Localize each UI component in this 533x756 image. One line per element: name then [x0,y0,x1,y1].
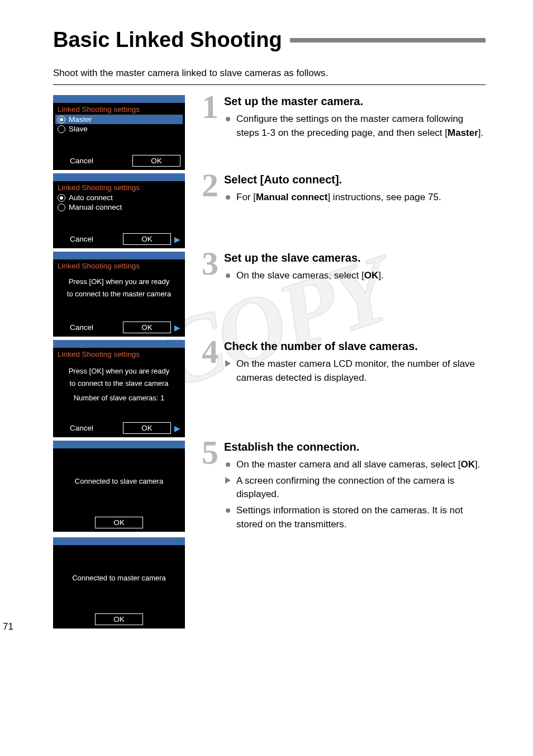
camera-screen-4: Linked Shooting settings Press [OK] when… [53,340,185,437]
step-heading: Set up the master camera. [224,95,486,108]
radio-icon [58,125,65,133]
right-arrow-icon: ▶ [174,323,180,332]
step-row-3: Linked Shooting settings Press [OK] when… [53,252,486,337]
screen-message: Press [OK] when you are ready [53,365,185,377]
screen-message: Press [OK] when you are ready [53,276,185,288]
bullet-item: Settings information is stored on the ca… [224,504,486,531]
option-label: Manual connect [69,203,122,211]
ok-button[interactable]: OK [123,422,171,434]
step-heading: Establish the connection. [224,441,486,453]
step-number: 5 [196,439,218,466]
step-number: 3 [196,250,218,277]
camera-screen-2: Linked Shooting settings Auto connect Ma… [53,173,185,248]
bullet-item: On the master camera and all slave camer… [224,458,486,472]
right-arrow-icon: ▶ [174,424,180,433]
step-row-5: Connected to slave camera OK Connected t… [53,441,486,629]
title-rule [290,38,486,42]
bullet-item: On the slave cameras, select [OK]. [224,269,486,283]
camera-screen-5b: Connected to master camera OK [53,537,185,629]
screen-message: Connected to slave camera [70,475,168,488]
title-row: Basic Linked Shooting [53,28,486,52]
screen-message: Connected to master camera [68,572,170,584]
camera-screen-1: Linked Shooting settings Master Slave Ca… [53,95,185,170]
step-number: 4 [196,338,218,365]
option-label: Slave [69,125,88,133]
ok-button[interactable]: OK [132,155,180,167]
radio-option-slave[interactable]: Slave [53,124,185,134]
page-title: Basic Linked Shooting [53,28,290,52]
radio-option-auto[interactable]: Auto connect [53,193,185,202]
ok-button[interactable]: OK [123,233,171,245]
page-number: 71 [3,621,435,632]
bullet-item: On the master camera LCD monitor, the nu… [224,357,486,385]
cancel-button[interactable]: Cancel [58,322,106,333]
screen-message: to connect to the master camera [53,288,185,300]
cancel-button[interactable]: Cancel [58,423,106,433]
option-label: Master [69,115,92,124]
option-label: Auto connect [69,193,113,202]
cancel-button[interactable]: Cancel [58,155,106,166]
screen-title: Linked Shooting settings [53,259,185,271]
intro-text: Shoot with the master camera linked to s… [53,68,486,79]
step-heading: Set up the slave cameras. [224,252,486,264]
radio-icon [58,194,65,202]
right-arrow-icon: ▶ [174,235,180,244]
intro-rule [53,84,486,85]
ok-button[interactable]: OK [123,322,171,333]
step-number: 2 [196,172,218,199]
screen-message: to connect to the slave camera [53,377,185,390]
screen-title: Linked Shooting settings [53,348,185,360]
bullet-item: A screen confirming the connection of th… [224,474,486,502]
step-row-2: Linked Shooting settings Auto connect Ma… [53,173,486,248]
cancel-button[interactable]: Cancel [58,234,106,244]
radio-icon [58,116,65,124]
bullet-item: For [Manual connect] instructions, see p… [224,191,486,205]
step-row-1: Linked Shooting settings Master Slave Ca… [53,95,486,170]
screen-message: Number of slave cameras: 1 [53,392,185,404]
step-heading: Check the number of slave cameras. [224,340,486,353]
camera-screen-3: Linked Shooting settings Press [OK] when… [53,252,185,337]
bullet-item: Configure the settings on the master cam… [224,112,486,140]
screen-title: Linked Shooting settings [53,181,185,193]
ok-button[interactable]: OK [95,517,143,528]
screen-title: Linked Shooting settings [53,103,185,115]
radio-option-manual[interactable]: Manual connect [53,202,185,212]
camera-screen-5a: Connected to slave camera OK [53,441,185,532]
step-number: 1 [196,93,218,120]
radio-icon [58,204,65,211]
radio-option-master[interactable]: Master [55,115,183,124]
step-row-4: Linked Shooting settings Press [OK] when… [53,340,486,437]
step-heading: Select [Auto connect]. [224,173,486,186]
